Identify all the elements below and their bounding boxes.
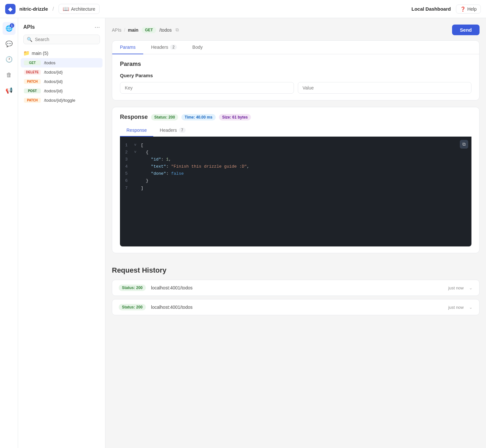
method-badge-patch: PATCH xyxy=(24,79,41,84)
history-time: just now xyxy=(448,305,464,310)
sidebar-title: APIs xyxy=(23,24,35,30)
copy-path-icon[interactable]: ⧉ xyxy=(176,27,179,33)
chat-icon: 💬 xyxy=(5,40,13,47)
params-tabs: Params Headers 2 Body xyxy=(112,41,479,54)
history-time: just now xyxy=(448,286,464,290)
response-tab-headers[interactable]: Headers 7 xyxy=(153,124,192,137)
api-group-name: main (5) xyxy=(32,51,48,56)
tab-params[interactable]: Params xyxy=(112,41,143,54)
api-path: /todos xyxy=(44,60,55,65)
api-path: /todos/{id}/toggle xyxy=(44,98,75,103)
api-group: 📁 main (5) GET /todos DELETE /todos/{id}… xyxy=(18,48,105,105)
history-status-badge: Status: 200 xyxy=(119,304,146,310)
time-badge: Time: 40.00 ms xyxy=(181,114,216,120)
book-icon: 📖 xyxy=(63,6,69,12)
nav-item-bell[interactable]: 📢 xyxy=(3,84,16,97)
method-badge-get: GET xyxy=(24,60,41,65)
api-item-get-todos[interactable]: GET /todos xyxy=(21,58,103,68)
main-content: APIs / main GET /todos ⧉ Send Params Hea… xyxy=(105,18,486,448)
api-path: /todos/{id} xyxy=(44,89,63,93)
breadcrumb-sep: / xyxy=(52,6,54,12)
params-section: Params Query Params xyxy=(112,54,479,100)
clock-icon: 🕐 xyxy=(5,56,13,63)
copy-code-button[interactable]: ⧉ xyxy=(460,140,468,149)
topbar: ◆ nitric-drizzle / 📖 Architecture Local … xyxy=(0,0,486,18)
tab-body[interactable]: Body xyxy=(185,41,211,54)
key-input[interactable] xyxy=(120,82,294,94)
query-params-row xyxy=(120,82,471,94)
sidebar-menu-button[interactable]: ··· xyxy=(94,23,100,31)
history-status-badge: Status: 200 xyxy=(119,285,146,291)
code-line: 4 "text": "Finish this drizzle guide :D"… xyxy=(125,163,466,170)
local-dashboard-label: Local Dashboard xyxy=(412,6,451,12)
icon-nav: 🌐 1 💬 🕐 🗑 📢 xyxy=(0,18,18,448)
code-line: 1 v [ xyxy=(125,142,466,149)
response-header: Response Status: 200 Time: 40.00 ms Size… xyxy=(120,114,471,120)
request-bar: APIs / main GET /todos ⧉ Send xyxy=(112,25,480,35)
code-line: 3 "id": 1, xyxy=(125,156,466,163)
api-item-patch-todos-id[interactable]: PATCH /todos/{id} xyxy=(21,77,103,86)
method-badge-patch2: PATCH xyxy=(24,98,41,103)
tab-headers[interactable]: Headers 2 xyxy=(143,41,185,54)
code-line: 2 v { xyxy=(125,149,466,156)
trash-icon: 🗑 xyxy=(6,72,12,78)
help-button[interactable]: ❓ Help xyxy=(456,5,481,14)
app-logo: ◆ xyxy=(5,4,16,14)
project-name: nitric-drizzle xyxy=(19,6,48,12)
response-title: Response xyxy=(120,114,148,120)
history-url: localhost:4001/todos xyxy=(151,285,443,290)
response-card: Response Status: 200 Time: 40.00 ms Size… xyxy=(112,107,480,253)
size-badge: Size: 61 bytes xyxy=(219,114,251,120)
api-item-delete-todos-id[interactable]: DELETE /todos/{id} xyxy=(21,68,103,77)
chevron-down-icon: ⌄ xyxy=(469,305,473,310)
response-tabs: Response Headers 7 xyxy=(120,124,471,137)
nav-badge-globe: 1 xyxy=(10,23,14,28)
response-header-section: Response Status: 200 Time: 40.00 ms Size… xyxy=(112,107,479,253)
bell-icon: 📢 xyxy=(5,87,13,94)
method-get-badge: GET xyxy=(142,27,156,33)
folder-icon: 📁 xyxy=(23,50,30,56)
response-tab-response[interactable]: Response xyxy=(120,124,153,137)
code-line: 5 "done": false xyxy=(125,170,466,177)
api-path: /todos/{id} xyxy=(44,70,63,75)
sidebar-search-box[interactable]: 🔍 xyxy=(23,35,100,44)
query-params-title: Query Params xyxy=(120,73,471,78)
nav-item-chat[interactable]: 💬 xyxy=(3,37,16,50)
architecture-button[interactable]: 📖 Architecture xyxy=(59,4,100,14)
method-badge-delete: DELETE xyxy=(24,70,41,75)
api-path: /todos/{id} xyxy=(44,79,63,84)
topbar-right: Local Dashboard ❓ Help xyxy=(412,5,481,14)
search-input[interactable] xyxy=(35,37,96,42)
value-input[interactable] xyxy=(298,82,472,94)
main-layout: 🌐 1 💬 🕐 🗑 📢 APIs ··· 🔍 📁 main (5) xyxy=(0,18,486,448)
request-path: /todos xyxy=(159,27,172,33)
sidebar-header: APIs ··· xyxy=(18,23,105,35)
method-badge-post: POST xyxy=(24,89,41,93)
nav-item-clock[interactable]: 🕐 xyxy=(3,53,16,66)
search-icon: 🔍 xyxy=(27,37,32,42)
history-item[interactable]: Status: 200 localhost:4001/todos just no… xyxy=(112,280,480,296)
send-button[interactable]: Send xyxy=(452,25,480,35)
params-title: Params xyxy=(120,61,471,68)
api-item-post-todos-id[interactable]: POST /todos/{id} xyxy=(21,86,103,96)
status-badge: Status: 200 xyxy=(151,114,178,120)
api-item-patch-todos-toggle[interactable]: PATCH /todos/{id}/toggle xyxy=(21,96,103,105)
headers-badge: 2 xyxy=(170,45,177,50)
breadcrumb: APIs / main xyxy=(112,27,138,33)
nav-item-globe[interactable]: 🌐 1 xyxy=(3,22,16,35)
help-icon: ❓ xyxy=(460,6,466,12)
breadcrumb-apis: APIs xyxy=(112,27,122,33)
history-title: Request History xyxy=(112,266,480,275)
history-section: Request History Status: 200 localhost:40… xyxy=(112,260,480,325)
code-line: 6 } xyxy=(125,177,466,184)
params-card: Params Headers 2 Body Params Query Param… xyxy=(112,40,480,100)
sidebar: APIs ··· 🔍 📁 main (5) GET /todos DELETE … xyxy=(18,18,105,448)
code-line: 7 ] xyxy=(125,185,466,192)
api-group-header[interactable]: 📁 main (5) xyxy=(21,48,103,58)
response-headers-badge: 7 xyxy=(179,128,186,133)
response-code-block: ⧉ 1 v [ 2 v { 3 xyxy=(120,137,471,246)
history-url: localhost:4001/todos xyxy=(151,305,443,310)
history-item[interactable]: Status: 200 localhost:4001/todos just no… xyxy=(112,299,480,315)
nav-item-trash[interactable]: 🗑 xyxy=(3,68,16,81)
chevron-down-icon: ⌄ xyxy=(469,285,473,290)
